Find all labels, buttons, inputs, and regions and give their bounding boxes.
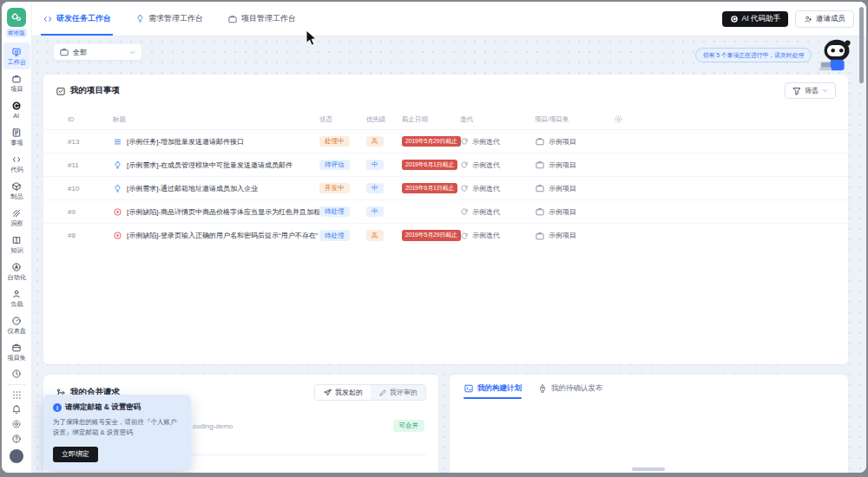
workspace-tab-dev[interactable]: 研发任务工作台	[41, 2, 113, 36]
issue-title-cell[interactable]: [示例需求]-通过邮箱地址邀请成员加入企业	[113, 184, 319, 193]
table-row[interactable]: #13 [示例任务]-增加批量发送邀请邮件接口 处理中 高 2019年5月29日…	[43, 130, 848, 154]
sidebar-item-artifact[interactable]: 制品	[3, 177, 30, 204]
project-cell[interactable]: 示例项目	[535, 183, 614, 193]
help-icon[interactable]	[11, 432, 22, 447]
table-row[interactable]: #10 [示例需求]-通过邮箱地址邀请成员加入企业 开发中 中 2019年6月1…	[43, 177, 848, 200]
status-badge: 待处理	[319, 206, 350, 218]
review-icon	[378, 389, 387, 397]
iteration-cell[interactable]: 示例迭代	[460, 184, 535, 193]
issue-title-cell[interactable]: [示例缺陷]-登录页输入正确的用户名和密码后提示“用户不存在”	[113, 231, 319, 240]
table-header: ID 标题 状态 优先级 截止日期 迭代 项目/项目集	[43, 109, 848, 130]
workspace-tab-requirement[interactable]: 需求管理工作台	[134, 2, 205, 36]
code-icon	[11, 154, 22, 166]
issue-id: #9	[68, 208, 113, 216]
filter-button[interactable]: 筛选	[785, 82, 836, 99]
merge-request-repo[interactable]: coding-demo	[193, 422, 233, 430]
sidebar-item-workbench[interactable]: 工作台	[3, 42, 30, 69]
col-status: 状态	[319, 115, 366, 124]
issues-title-icon	[56, 86, 66, 96]
sidebar-item-insight[interactable]: 洞察	[3, 204, 30, 231]
priority-badge: 高	[366, 136, 384, 147]
issue-id: #11	[68, 161, 113, 169]
bulb-icon	[113, 160, 122, 170]
col-iteration: 迭代	[460, 115, 535, 124]
iteration-icon	[460, 184, 469, 193]
iteration-icon	[460, 137, 469, 146]
sidebar-item-issues[interactable]: 事项	[3, 123, 30, 150]
sidebar-item-knowledge[interactable]: 知识	[3, 231, 30, 258]
iteration-icon	[460, 160, 469, 169]
vertical-scrollbar[interactable]	[859, 7, 864, 83]
iteration-cell[interactable]: 示例迭代	[460, 137, 535, 147]
sidebar-item-load[interactable]: 负载	[3, 284, 30, 311]
bulb-icon	[135, 14, 145, 23]
build-tabs: 我的构建计划我的待确认发布	[464, 383, 834, 399]
issue-title-cell[interactable]: [示例任务]-增加批量发送邀请邮件接口	[113, 137, 319, 147]
notice-area: 你有 5 个事项正在进行中，请及时处理	[695, 37, 858, 74]
table-row[interactable]: #8 [示例缺陷]-登录页输入正确的用户名和密码后提示“用户不存在” 待处理 高…	[43, 224, 848, 247]
sidebar-item-dashboard[interactable]: 仪表盘	[3, 311, 30, 338]
bind-email-popover: i 请绑定邮箱 & 设置密码 为了保障您的账号安全，请前往『个人账户设置』绑定邮…	[43, 395, 191, 470]
briefcase-icon	[535, 136, 545, 147]
edition-badge: 标准版	[6, 29, 27, 37]
send-icon	[323, 388, 332, 397]
sidebar-item-ai[interactable]: AI	[3, 96, 30, 123]
workspace-tab-pm[interactable]: 项目管理工作台	[226, 2, 298, 36]
issues-icon	[11, 127, 22, 139]
build-tab-build-plan[interactable]: 我的构建计划	[464, 383, 522, 399]
mergeable-badge: 可合并	[393, 420, 425, 432]
workspace-tabs: 研发任务工作台 需求管理工作台 项目管理工作台	[41, 2, 298, 36]
project-cell[interactable]: 示例项目	[535, 231, 614, 241]
apps-icon[interactable]	[12, 388, 22, 402]
issue-title-cell[interactable]: [示例缺陷]-商品详情页中商品价格字体应当显示为红色并且加粗	[113, 207, 319, 217]
merge-tab-created[interactable]: 我发起的	[315, 385, 371, 400]
project-cell[interactable]: 示例项目	[535, 136, 614, 147]
build-tab-release[interactable]: 我的待确认发布	[537, 383, 603, 399]
sidebar-item-project[interactable]: 项目	[3, 69, 30, 96]
bell-icon[interactable]	[11, 402, 22, 417]
settings-icon[interactable]	[11, 417, 22, 432]
priority-badge: 高	[366, 230, 384, 241]
project-cell[interactable]: 示例项目	[535, 160, 614, 170]
app-logo[interactable]	[7, 8, 26, 27]
col-id: ID	[68, 115, 113, 123]
sidebar-item-automation[interactable]: 自动化	[3, 258, 30, 284]
in-progress-notice[interactable]: 你有 5 个事项正在进行中，请及时处理	[695, 48, 812, 62]
status-badge: 待评估	[319, 160, 350, 171]
due-date-badge: 2019年6月1日截止	[402, 183, 457, 193]
status-badge: 处理中	[319, 136, 350, 147]
bind-now-button[interactable]: 立即绑定	[53, 447, 98, 462]
scope-filter-select[interactable]: 全部	[54, 44, 141, 60]
horizontal-scrollbar[interactable]	[632, 467, 665, 471]
column-settings-icon[interactable]	[614, 114, 836, 124]
iteration-cell[interactable]: 示例迭代	[460, 231, 535, 240]
due-date-badge: 2019年5月29日截止	[402, 136, 461, 147]
table-row[interactable]: #11 [示例需求]-在成员管理模块中可批量发送邀请成员邮件 待评估 中 201…	[43, 154, 848, 177]
briefcase-icon	[535, 206, 545, 217]
ai-assistant-button[interactable]: AI 代码助手	[722, 11, 788, 27]
sidebar-item-code[interactable]: 代码	[3, 150, 30, 177]
status-badge: 待处理	[319, 230, 350, 241]
project-cell[interactable]: 示例项目	[535, 206, 614, 217]
iteration-icon	[460, 207, 469, 216]
invite-member-button[interactable]: 邀请成员	[795, 10, 854, 28]
iteration-cell[interactable]: 示例迭代	[460, 207, 535, 217]
popover-title: 请绑定邮箱 & 设置密码	[65, 402, 141, 413]
merge-tabs: 我发起的我评审的	[314, 384, 426, 401]
table-row[interactable]: #9 [示例缺陷]-商品详情页中商品价格字体应当显示为红色并且加粗 待处理 中 …	[43, 200, 848, 224]
clock-icon[interactable]	[11, 367, 22, 382]
merge-tab-reviewed[interactable]: 我评审的	[371, 385, 425, 400]
issues-panel-title: 我的项目事项	[56, 85, 120, 96]
col-project: 项目/项目集	[535, 115, 614, 124]
briefcase-icon	[535, 160, 545, 170]
issue-title-cell[interactable]: [示例需求]-在成员管理模块中可批量发送邀请成员邮件	[113, 160, 319, 170]
user-avatar[interactable]	[10, 449, 23, 463]
sidebar-item-program[interactable]: 项目集	[3, 338, 30, 365]
program-icon	[11, 343, 22, 354]
popover-body: 为了保障您的账号安全，请前往『个人账户设置』绑定邮箱 & 设置密码	[53, 417, 181, 438]
ai-icon	[11, 101, 22, 112]
dashboard-icon	[11, 316, 22, 327]
priority-badge: 中	[366, 206, 384, 218]
iteration-cell[interactable]: 示例迭代	[460, 160, 535, 170]
invite-person-icon	[804, 15, 812, 23]
